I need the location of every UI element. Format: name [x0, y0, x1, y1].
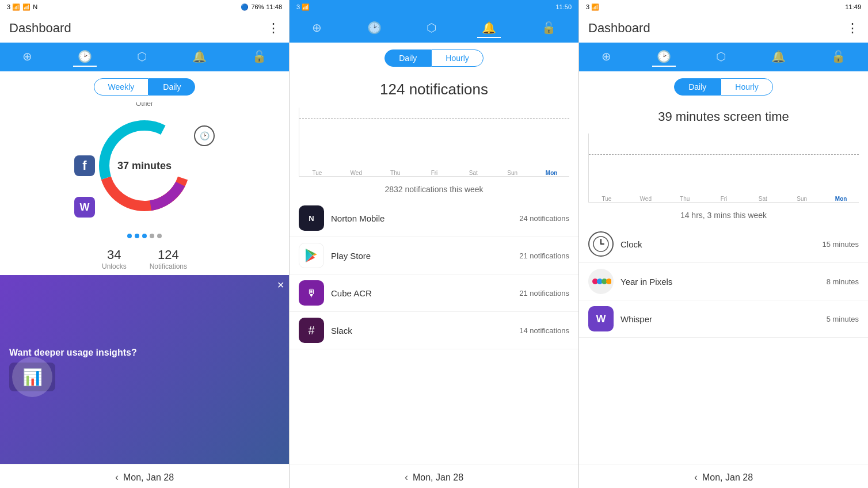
nfc-icon-1: N — [33, 3, 37, 10]
slack-notifs: 14 notifications — [519, 326, 569, 335]
tab3-screen[interactable]: ⬡ — [711, 47, 730, 67]
bar3-label-wed: Wed — [640, 196, 652, 202]
list-item-cubeacr: 🎙 Cube ACR 21 notifications — [290, 274, 578, 312]
norton-name: Norton Mobile — [331, 214, 512, 223]
bar3-group-wed: Wed — [628, 194, 664, 202]
donut-label-other: Other — [136, 102, 153, 108]
prev-date-arrow-3[interactable]: ‹ — [694, 471, 698, 483]
clock-icon-donut: 🕑 — [194, 125, 215, 146]
tab-clock-1[interactable]: 🕑 — [73, 47, 97, 67]
bar-group-wed: Wed — [338, 168, 374, 176]
screen-time-title: 39 minutes screen time — [579, 102, 868, 129]
toggle-hourly-2[interactable]: Hourly — [431, 49, 483, 67]
signal-icon-1: 3 📶 — [7, 3, 20, 11]
tab-overview-1[interactable]: ⊕ — [18, 47, 37, 67]
yip-name: Year in Pixels — [620, 277, 820, 287]
screen-item-whisper: W Whisper 5 minutes — [579, 300, 868, 338]
bar-label-fri: Fri — [431, 170, 438, 176]
donut-wrapper: Other 37 minutes f W 🕑 — [87, 108, 202, 223]
prev-date-arrow-1[interactable]: ‹ — [115, 471, 119, 483]
time-3: 11:49 — [845, 3, 861, 10]
tab-notif-1[interactable]: 🔔 — [188, 47, 211, 67]
bar-label-tue: Tue — [312, 170, 322, 176]
list-item-norton: N Norton Mobile 24 notifications — [290, 200, 578, 237]
status-left-1: 3 📶 📶 N — [7, 3, 37, 11]
date-label-2: Mon, Jan 28 — [413, 472, 463, 483]
notif-count: 124 notifications — [290, 74, 578, 103]
bar-label-thu: Thu — [390, 170, 400, 176]
tab2-clock[interactable]: 🕑 — [363, 18, 386, 38]
tab2-overview[interactable]: ⊕ — [307, 18, 326, 38]
panel1: 3 📶 📶 N 🔵 76% 11:48 Dashboard ⋮ ⊕ 🕑 ⬡ 🔔 … — [0, 0, 290, 488]
unlocks-stat: 34 Unlocks — [102, 247, 127, 270]
bar3-group-thu: Thu — [667, 194, 703, 202]
promo-banner: Want deeper usage insights? 📊 ✕ — [0, 275, 289, 464]
week-summary-2: 2832 notifications this week — [290, 185, 578, 194]
dot-3 — [142, 234, 147, 238]
tab2-notif[interactable]: 🔔 — [477, 18, 501, 38]
clock-svg — [592, 235, 610, 253]
chart-container-3: Tue Wed Thu Fri Sat — [588, 134, 859, 203]
tab-screen-1[interactable]: ⬡ — [132, 47, 151, 67]
notifications-label: Notifications — [150, 262, 187, 270]
dot-4 — [150, 234, 154, 238]
status-bar-2: 3 📶 11:50 — [290, 0, 578, 14]
chart-area-2: Tue Wed Thu Fri Sat — [299, 108, 569, 177]
status-right-3: 11:49 — [845, 3, 861, 10]
list-item-slack: # Slack 14 notifications — [290, 312, 578, 349]
dot-1 — [127, 234, 132, 238]
bar-chart-2: Tue Wed Thu Fri Sat — [290, 108, 578, 177]
yip-time: 8 minutes — [827, 277, 859, 286]
bar3-label-mon: Mon — [835, 196, 847, 202]
tab3-lock[interactable]: 🔓 — [827, 47, 850, 67]
clock-app-name: Clock — [620, 239, 815, 249]
app-header-3: Dashboard ⋮ — [579, 14, 868, 43]
promo-close-button[interactable]: ✕ — [277, 280, 284, 291]
toggle-hourly-3[interactable]: Hourly — [721, 78, 772, 96]
dot-5 — [157, 234, 162, 238]
more-icon-1[interactable]: ⋮ — [267, 21, 280, 36]
bottom-nav-2: ‹ Mon, Jan 28 — [290, 464, 578, 488]
dashed-line-3 — [589, 154, 859, 155]
playstore-svg — [303, 247, 319, 264]
app-list-2: N Norton Mobile 24 notifications — [290, 200, 578, 464]
tab2-screen[interactable]: ⬡ — [422, 18, 441, 38]
tab-bar-1: ⊕ 🕑 ⬡ 🔔 🔓 — [0, 43, 289, 71]
clock-app-time: 15 minutes — [822, 240, 859, 249]
whisper-app-time: 5 minutes — [827, 315, 859, 323]
toggle-weekly-1[interactable]: Weekly — [94, 78, 149, 96]
bar3-label-tue: Tue — [601, 196, 611, 202]
toggle-daily-3[interactable]: Daily — [674, 78, 721, 96]
tab-bar-2: ⊕ 🕑 ⬡ 🔔 🔓 — [290, 14, 578, 43]
bar3-label-fri: Fri — [721, 196, 728, 202]
app-header-1: Dashboard ⋮ — [0, 14, 289, 43]
dashboard-title-3: Dashboard — [588, 21, 650, 36]
bar3-label-sat: Sat — [759, 196, 767, 202]
bar-group-tue: Tue — [299, 168, 335, 176]
notifications-stat: 124 Notifications — [150, 247, 187, 270]
status-left-2: 3 📶 — [296, 3, 310, 11]
more-icon-3[interactable]: ⋮ — [846, 21, 859, 36]
status-bar-3: 3 📶 11:49 — [579, 0, 868, 14]
bar3-group-mon: Mon — [823, 194, 859, 202]
toggle-daily-2[interactable]: Daily — [384, 49, 431, 67]
tab3-notif[interactable]: 🔔 — [767, 47, 790, 67]
panel3: 3 📶 11:49 Dashboard ⋮ ⊕ 🕑 ⬡ 🔔 🔓 Daily Ho… — [579, 0, 868, 488]
prev-date-arrow-2[interactable]: ‹ — [405, 471, 408, 483]
tab3-overview[interactable]: ⊕ — [597, 47, 616, 67]
tab-bar-3: ⊕ 🕑 ⬡ 🔔 🔓 — [579, 43, 868, 71]
status-left-3: 3 📶 — [586, 3, 599, 11]
toggle-daily-1[interactable]: Daily — [149, 78, 195, 96]
screen-app-list: Clock 15 minutes Year in Pixels 8 minute… — [579, 226, 868, 464]
slack-name: Slack — [331, 326, 512, 336]
status-right-1: 🔵 76% 11:48 — [241, 3, 282, 11]
time-1: 11:48 — [266, 3, 282, 10]
tab2-lock[interactable]: 🔓 — [537, 18, 561, 38]
bar3-group-sun: Sun — [784, 194, 820, 202]
chart-area-3: Tue Wed Thu Fri Sat — [588, 134, 859, 203]
tab-lock-1[interactable]: 🔓 — [248, 47, 271, 67]
bottom-nav-3: ‹ Mon, Jan 28 — [579, 464, 868, 488]
tab3-clock[interactable]: 🕑 — [652, 47, 676, 67]
dashed-line-2 — [299, 118, 569, 119]
toggle-group-1: Weekly Daily — [0, 78, 289, 96]
